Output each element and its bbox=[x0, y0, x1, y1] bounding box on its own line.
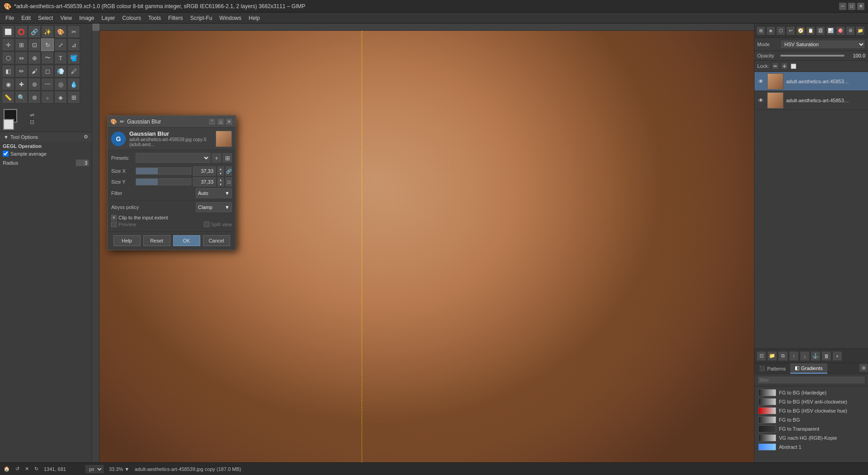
split-view-checkbox[interactable] bbox=[204, 222, 209, 227]
gradient-item-2[interactable]: FG to BG (HSV clockwise hue) bbox=[756, 406, 866, 415]
tool-mybrush[interactable]: ◉ bbox=[2, 78, 14, 90]
dialog-arrow-down-btn[interactable]: ˅ bbox=[208, 118, 216, 125]
gradient-item-1[interactable]: FG to BG (HSV anti-clockwise) bbox=[756, 397, 866, 406]
new-layer-from-visible-btn[interactable]: ⊡ bbox=[756, 351, 766, 361]
layer-visibility-0[interactable]: 👁 bbox=[757, 78, 764, 85]
background-color[interactable] bbox=[3, 119, 14, 130]
presets-add-button[interactable]: + bbox=[212, 153, 221, 162]
right-icon-history[interactable]: ↩ bbox=[786, 26, 795, 35]
right-icon-channels[interactable]: ◈ bbox=[766, 26, 775, 35]
tool-extra4[interactable]: ⊞ bbox=[67, 91, 80, 104]
opacity-slider[interactable] bbox=[780, 55, 844, 57]
right-icon-extra6[interactable]: 📁 bbox=[856, 26, 865, 35]
menu-image[interactable]: Image bbox=[75, 14, 98, 22]
tool-fuzzy-select[interactable]: ✨ bbox=[41, 25, 54, 38]
layer-down-btn[interactable]: ↓ bbox=[800, 351, 810, 361]
menu-filters[interactable]: Filters bbox=[165, 14, 187, 22]
tool-paintbrush[interactable]: 🖌 bbox=[28, 65, 41, 77]
tool-convolve[interactable]: ◎ bbox=[54, 78, 67, 90]
tool-eraser[interactable]: ◻ bbox=[41, 65, 54, 77]
size-y-down[interactable]: ▼ bbox=[217, 182, 224, 186]
tool-heal[interactable]: ✚ bbox=[15, 78, 28, 90]
menu-tools[interactable]: Tools bbox=[145, 14, 165, 22]
lock-position-icon[interactable]: ✛ bbox=[781, 62, 788, 70]
anchor-layer-btn[interactable]: ⚓ bbox=[811, 351, 821, 361]
patterns-filter-input[interactable] bbox=[757, 376, 865, 384]
gradient-item-3[interactable]: FG to BG bbox=[756, 415, 866, 424]
tool-scissors[interactable]: ✂ bbox=[67, 25, 80, 38]
menu-windows[interactable]: Windows bbox=[216, 14, 245, 22]
layer-item-1[interactable]: 👁 adult-aesthetics-art-458539.jpg bbox=[755, 91, 868, 110]
size-y-link-button[interactable]: ⊡ bbox=[226, 177, 232, 186]
tool-extra2[interactable]: ⬦ bbox=[41, 91, 54, 104]
delete-layer-btn[interactable]: 🗑 bbox=[821, 351, 831, 361]
tool-align[interactable]: ⊞ bbox=[15, 38, 28, 51]
right-icon-extra5[interactable]: ⚙ bbox=[846, 26, 855, 35]
tab-patterns[interactable]: ⬛ Patterns bbox=[755, 363, 790, 374]
reset-button[interactable]: Reset bbox=[143, 235, 170, 246]
menu-script-fu[interactable]: Script-Fu bbox=[187, 14, 216, 22]
gradient-item-6[interactable]: Abstract 1 bbox=[756, 442, 866, 451]
tool-zoom[interactable]: 🔍 bbox=[15, 91, 28, 104]
tool-select-by-color[interactable]: 🎨 bbox=[54, 25, 67, 38]
tool-rotate[interactable]: ↻ bbox=[41, 38, 54, 51]
sample-average-checkbox[interactable] bbox=[3, 151, 9, 157]
status-zoom-dropdown-icon[interactable]: ▼ bbox=[124, 466, 129, 472]
presets-extra-button[interactable]: ⊞ bbox=[223, 153, 232, 162]
layer-group-btn[interactable]: 📁 bbox=[767, 351, 777, 361]
status-reset-icon[interactable]: ↺ bbox=[15, 466, 19, 472]
right-icon-layers[interactable]: ⊞ bbox=[756, 26, 765, 35]
gradient-item-5[interactable]: VG nach HG (RGB)-Kopie bbox=[756, 433, 866, 442]
tool-clone[interactable]: ⊚ bbox=[28, 78, 41, 90]
tool-shear[interactable]: ⊿ bbox=[67, 38, 80, 51]
tool-ellipse-select[interactable]: ⭕ bbox=[15, 25, 28, 38]
close-button[interactable]: ✕ bbox=[857, 3, 864, 10]
status-redo-icon[interactable]: ↻ bbox=[34, 466, 38, 472]
size-x-up[interactable]: ▲ bbox=[217, 166, 224, 171]
tool-scale[interactable]: ⤢ bbox=[54, 38, 67, 51]
clip-to-input-checkbox[interactable] bbox=[111, 215, 117, 220]
maximize-button[interactable]: □ bbox=[848, 3, 855, 10]
layer-visibility-1[interactable]: 👁 bbox=[757, 97, 764, 104]
tool-transform[interactable]: ⊕ bbox=[28, 52, 41, 64]
lock-alpha-icon[interactable]: ⬜ bbox=[790, 62, 797, 70]
tool-gradient[interactable]: ◧ bbox=[2, 65, 14, 77]
gradient-item-4[interactable]: FG to Transparent bbox=[756, 424, 866, 433]
radius-input[interactable] bbox=[75, 159, 89, 166]
duplicate-layer-btn[interactable]: ⧉ bbox=[778, 351, 788, 361]
tool-options-header[interactable]: ▼ Tool Options ⚙ bbox=[0, 132, 92, 142]
right-icon-extra2[interactable]: 🖼 bbox=[816, 26, 825, 35]
menu-help[interactable]: Help bbox=[245, 14, 264, 22]
new-layer-btn[interactable]: + bbox=[832, 351, 842, 361]
presets-select[interactable] bbox=[136, 153, 210, 163]
right-icon-extra4[interactable]: 🎯 bbox=[836, 26, 845, 35]
tool-extra1[interactable]: ⊛ bbox=[28, 91, 41, 104]
help-button[interactable]: Help bbox=[113, 235, 141, 246]
size-x-down[interactable]: ▼ bbox=[217, 171, 224, 176]
minimize-button[interactable]: ─ bbox=[839, 3, 846, 10]
size-y-slider[interactable] bbox=[136, 178, 191, 185]
size-y-up[interactable]: ▲ bbox=[217, 177, 224, 182]
right-icon-extra1[interactable]: 📋 bbox=[806, 26, 815, 35]
tool-flip[interactable]: ⇔ bbox=[15, 52, 28, 64]
tool-bucket-fill[interactable]: 🪣 bbox=[67, 52, 80, 64]
dialog-expand-btn[interactable]: △ bbox=[217, 118, 224, 125]
right-icon-paths[interactable]: ⬡ bbox=[776, 26, 785, 35]
tool-measure[interactable]: 📏 bbox=[2, 91, 14, 104]
size-y-input[interactable] bbox=[193, 177, 216, 186]
dialog-close-btn[interactable]: ✕ bbox=[226, 118, 233, 125]
tab-gradients[interactable]: ◧ Gradients bbox=[790, 363, 827, 374]
tool-ink[interactable]: 🖊 bbox=[67, 65, 80, 77]
menu-file[interactable]: File bbox=[2, 14, 18, 22]
preview-checkbox[interactable] bbox=[111, 222, 117, 227]
tool-warp[interactable]: 〜 bbox=[41, 52, 54, 64]
default-colors-icon[interactable]: ⊡ bbox=[30, 119, 34, 125]
tool-text[interactable]: T bbox=[54, 52, 67, 64]
patterns-config-btn[interactable]: ⚙ bbox=[859, 363, 868, 372]
tool-rect-select[interactable]: ⬜ bbox=[2, 25, 14, 38]
gradient-item-0[interactable]: FG to BG (Hardedge) bbox=[756, 388, 866, 397]
menu-layer[interactable]: Layer bbox=[98, 14, 119, 22]
tool-free-select[interactable]: 🔗 bbox=[28, 25, 41, 38]
filter-select[interactable]: Auto ▼ bbox=[196, 188, 232, 198]
size-x-input[interactable] bbox=[193, 166, 216, 176]
